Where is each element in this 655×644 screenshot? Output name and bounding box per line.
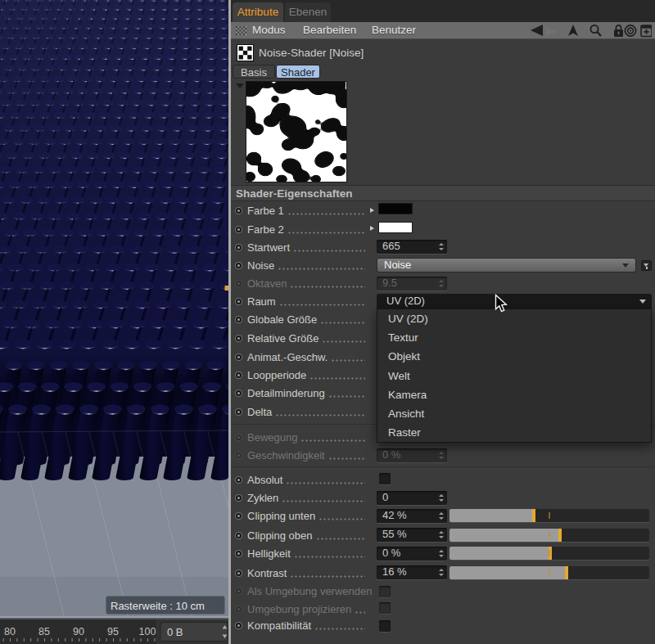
- svg-text:0 B: 0 B: [167, 626, 183, 638]
- svg-text:90: 90: [73, 626, 84, 637]
- svg-text:85: 85: [38, 626, 50, 637]
- svg-text:80: 80: [4, 626, 16, 637]
- svg-text:Rasterweite : 10 cm: Rasterweite : 10 cm: [111, 600, 205, 612]
- svg-text:100: 100: [139, 626, 156, 637]
- svg-text:95: 95: [107, 626, 119, 637]
